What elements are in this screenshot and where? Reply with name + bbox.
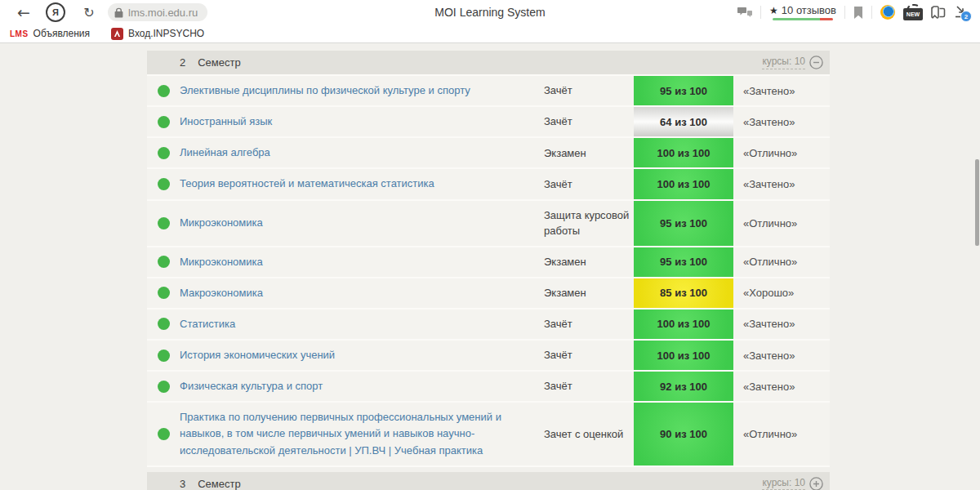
status-dot-cell xyxy=(147,138,180,167)
rating-negative-segment xyxy=(820,18,833,20)
table-row: Теория вероятностей и математическая ста… xyxy=(147,169,830,200)
status-dot-icon xyxy=(158,116,170,128)
grade-text: «Зачтено» xyxy=(733,107,830,136)
score-badge: 85 из 100 xyxy=(634,278,733,308)
rating-positive-segment xyxy=(773,18,820,20)
lock-icon xyxy=(114,7,123,18)
status-dot-cell xyxy=(147,247,180,277)
toolbar-separator xyxy=(871,6,872,19)
status-dot-icon xyxy=(158,428,170,440)
address-bar[interactable]: lms.moi.edu.ru xyxy=(108,3,207,21)
score-badge: 100 из 100 xyxy=(634,341,733,370)
downloads-icon[interactable]: 2 xyxy=(954,6,967,19)
inpsycho-favicon xyxy=(111,28,123,40)
reviews-rating[interactable]: ★ 10 отзывов xyxy=(769,4,836,20)
courses-count-link[interactable]: курсы: 10 xyxy=(762,477,805,490)
table-row: Практика по получению первичных професси… xyxy=(147,403,830,466)
site-reviews-icon[interactable] xyxy=(737,7,752,19)
semester-label: Семестр xyxy=(198,56,240,69)
assessment-type: Экзамен xyxy=(544,138,634,167)
assessment-type: Зачёт xyxy=(544,107,634,136)
score-badge: 90 из 100 xyxy=(634,403,733,465)
assessment-type: Защита курсовой работы xyxy=(544,201,634,246)
grade-text: «Зачтено» xyxy=(733,372,830,401)
expand-icon[interactable] xyxy=(809,477,823,490)
score-badge: 95 из 100 xyxy=(634,76,733,105)
bookmarks-bar: LMS Объявления Вход.INPSYCHO xyxy=(0,24,980,43)
semester-2-header: 2 Семестр курсы: 10 xyxy=(147,51,830,76)
course-link[interactable]: Элективные дисциплины по физической куль… xyxy=(180,76,544,105)
semester-3-header: 3 Семестр курсы: 10 xyxy=(147,472,830,490)
toolbar-right: ★ 10 отзывов NEW 2 xyxy=(737,4,980,20)
refresh-icon[interactable]: ↻ xyxy=(80,5,98,20)
status-dot-icon xyxy=(158,381,170,393)
status-dot-cell xyxy=(147,169,180,198)
assessment-type: Зачёт xyxy=(544,310,634,339)
score-badge: 100 из 100 xyxy=(634,169,733,198)
assessment-type: Зачёт xyxy=(544,341,634,370)
courses-count-link[interactable]: курсы: 10 xyxy=(762,56,805,69)
grade-text: «Зачтено» xyxy=(733,310,830,339)
bookmark-icon[interactable] xyxy=(853,7,863,19)
course-link[interactable]: Иностранный язык xyxy=(180,107,544,136)
status-dot-cell xyxy=(147,201,180,246)
url-text: lms.moi.edu.ru xyxy=(128,7,198,19)
extension-logo-icon[interactable] xyxy=(880,5,895,20)
toolbar-separator xyxy=(760,6,761,19)
course-table-body: Элективные дисциплины по физической куль… xyxy=(147,76,830,467)
browser-toolbar: ← Я ↻ lms.moi.edu.ru MOI Learning System… xyxy=(0,0,980,24)
course-link[interactable]: Практика по получению первичных професси… xyxy=(180,403,544,465)
lms-favicon: LMS xyxy=(10,29,29,38)
semester-number: 2 xyxy=(180,56,185,69)
grade-text: «Хорошо» xyxy=(733,278,830,308)
grade-text: «Зачтено» xyxy=(733,341,830,370)
table-row: История экономических учений Зачёт 100 и… xyxy=(147,341,830,372)
table-row: Иностранный язык Зачёт 64 из 100 «Зачтен… xyxy=(147,107,830,138)
scrollbar[interactable] xyxy=(975,159,979,246)
status-dot-icon xyxy=(158,147,170,159)
back-icon[interactable]: ← xyxy=(13,3,34,21)
downloads-count-badge: 2 xyxy=(960,11,972,22)
reviews-rating-bar xyxy=(773,18,833,20)
status-dot-icon xyxy=(158,287,170,299)
status-dot-icon xyxy=(158,217,170,229)
bookmark-item-lms[interactable]: LMS Объявления xyxy=(10,28,90,39)
assessment-type: Зачёт xyxy=(544,372,634,401)
semester-number: 3 xyxy=(180,478,185,490)
course-link[interactable]: Статистика xyxy=(180,310,544,339)
bookmark-item-inpsycho[interactable]: Вход.INPSYCHO xyxy=(111,28,204,40)
table-row: Макроэкономика Экзамен 85 из 100 «Хорошо… xyxy=(147,278,830,310)
assessment-type: Экзамен xyxy=(544,247,634,277)
reviews-count-label: 10 отзывов xyxy=(782,4,836,16)
grade-text: «Зачтено» xyxy=(733,169,830,198)
table-row: Линейная алгебра Экзамен 100 из 100 «Отл… xyxy=(147,138,830,169)
status-dot-cell xyxy=(147,372,180,401)
bookmark-label: Вход.INPSYCHO xyxy=(128,28,204,39)
score-badge: 100 из 100 xyxy=(634,310,733,339)
table-row: Микроэкономика Защита курсовой работы 95… xyxy=(147,201,830,247)
score-badge: 64 из 100 xyxy=(634,107,733,136)
course-link[interactable]: История экономических учений xyxy=(180,341,544,370)
status-dot-icon xyxy=(158,178,170,190)
collapse-icon[interactable] xyxy=(809,56,823,69)
course-link[interactable]: Физическая культура и спорт xyxy=(180,372,544,401)
table-row: Физическая культура и спорт Зачёт 92 из … xyxy=(147,372,830,403)
new-badge-icon[interactable]: NEW xyxy=(903,8,923,20)
table-row: Микроэкономика Экзамен 95 из 100 «Отличн… xyxy=(147,247,830,278)
lms-page-content: 2 Семестр курсы: 10 Элективные дисциплин… xyxy=(0,44,980,490)
course-link[interactable]: Линейная алгебра xyxy=(180,138,544,167)
yandex-icon[interactable]: Я xyxy=(46,2,65,22)
course-link[interactable]: Микроэкономика xyxy=(180,201,544,246)
course-link[interactable]: Макроэкономика xyxy=(180,278,544,308)
table-row: Статистика Зачёт 100 из 100 «Зачтено» xyxy=(147,310,830,341)
assessment-type: Зачет с оценкой xyxy=(544,403,634,465)
course-link[interactable]: Теория вероятностей и математическая ста… xyxy=(180,169,544,198)
score-badge: 95 из 100 xyxy=(634,201,733,246)
side-panel-icon[interactable] xyxy=(931,6,946,19)
status-dot-icon xyxy=(158,85,170,97)
status-dot-cell xyxy=(147,278,180,308)
status-dot-icon xyxy=(158,318,170,330)
semester-label: Семестр xyxy=(198,478,240,490)
status-dot-cell xyxy=(147,403,180,465)
course-link[interactable]: Микроэкономика xyxy=(180,247,544,277)
